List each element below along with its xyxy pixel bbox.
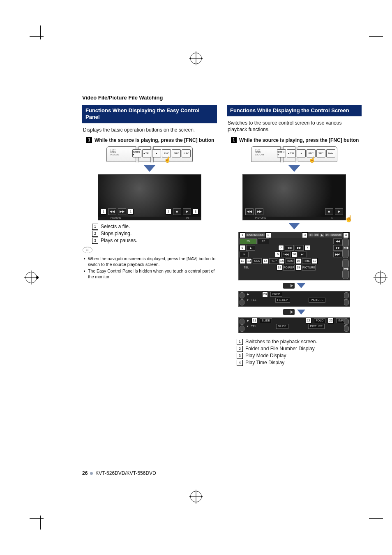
down-arrow-icon [288,223,300,229]
device-button: ▲ [297,149,306,157]
device-button-fnc: FNC ☝ [162,149,171,157]
callout-1: 1 [101,209,106,215]
device-button: ● TEL [142,149,151,157]
step-text: While the source is playing, press the [… [239,137,359,143]
press-hand-icon: ☝ [164,156,171,163]
device-button: SCRN ● [132,149,141,157]
crop-mark [363,510,380,526]
left-callout-list: 1Selects a file. 2Stops playing. 3Plays … [92,224,217,244]
screen-button: ▶ [335,208,343,215]
footer-dot-icon [90,472,93,475]
step-number-badge: 1 [86,137,92,143]
step-number-badge: 1 [231,137,237,143]
right-callout-list: 1Switches to the playback screen. 2Folde… [237,339,362,366]
device-button: NAV [182,149,191,157]
margin-bullet [36,276,39,279]
screen-button: ◀◀ [245,208,254,215]
screen-button: ▶ [183,208,191,215]
screen-button: ◀◀ [108,208,116,215]
left-step-1: 1 While the source is playing, press the… [86,137,216,143]
callout-2: 2 [166,209,171,215]
svg-text:⁝⁝⁝: ⁝⁝⁝ [86,249,89,251]
control-screen-main: 1 DVD MEDIA 2 3 T IN ▶ P 0:00:05 4 25 [238,232,350,280]
registration-mark [190,53,202,64]
screen-button: ■ [325,208,333,215]
right-heading: Functions While Displaying the Control S… [227,105,362,116]
next-bar-arrow [227,309,362,315]
right-lead: Switches to the source control screen to… [228,120,361,133]
easy-control-screenshot: 1 ◀◀ ▶▶ 1 2 ■ ▶ 3 PICTURE IN [98,174,201,220]
callout-1b: 1 [128,209,134,215]
left-lead: Displays the basic operation buttons on … [83,127,216,133]
playback-screenshot: ◀◀ ▶▶ ■ ▶ PICTURE IN ☝ [242,174,346,220]
device-button: ● TEL [287,149,296,157]
note-icon: ⁝⁝⁝ [82,246,217,255]
control-bar-slide: ▶ 21 SLIDE 22 FOLD 23 INFO ▾ TEL SLIDE [238,317,350,333]
device-panel-illustration: ● OFFOPENVOL/CAM SCRN ● ● TEL ▲ FNC ☝ SR… [251,146,337,162]
control-bar-forep: ▶ 20 FREP ▾ TEL FO.REP PICTURE IN [238,291,350,307]
down-arrow-icon [144,165,155,172]
device-button: SRC [316,149,325,157]
device-button: SCRN ● [277,149,286,157]
play-time: 0:00:05 [330,234,342,236]
play-mode-p: P [325,234,330,236]
subbar-label: PICTURE [255,217,266,220]
subbar-label: PICTURE [111,217,121,220]
page-footer: 26 KVT-526DVD/KVT-556DVD [82,470,156,476]
device-button: ▲ [152,149,161,157]
crop-mark [33,510,49,526]
press-hand-icon: ☝ [309,156,316,163]
crop-mark [363,29,380,45]
right-step-1: 1 While the source is playing, press the… [231,137,361,143]
screen-button: ■ [173,208,181,215]
step-text: While the source is playing, press the [… [95,137,214,143]
source-label: DVD MEDIA [246,234,265,236]
left-heading: Functions When Displaying the Easy Contr… [82,105,217,123]
registration-mark [25,272,37,283]
screen-button: ▶▶ [118,208,126,215]
page-number: 26 [82,470,88,476]
next-bar-arrow [227,283,362,289]
callout-3: 3 [193,209,198,215]
section-title: Video File/Picture File Watching [82,95,362,101]
subbar-label: IN [186,217,189,220]
model-name: KVT-526DVD/KVT-556DVD [95,470,156,476]
left-notes: •When the navigation screen is displayed… [84,256,217,280]
device-button-fnc: FNC ☝ [307,149,316,157]
crop-mark [33,29,49,45]
touch-hand-icon: ☝ [345,215,353,222]
device-button: SRC [172,149,181,157]
subbar-label: IN [331,217,333,220]
down-arrow-icon [288,165,300,172]
screen-button: ▶▶ [255,208,263,215]
device-button: NAV [326,149,335,157]
registration-mark [190,491,202,502]
registration-mark [375,272,386,283]
device-panel-illustration: ● OFFOPENVOL/CAM SCRN ● ● TEL ▲ FNC ☝ SR… [106,146,193,162]
